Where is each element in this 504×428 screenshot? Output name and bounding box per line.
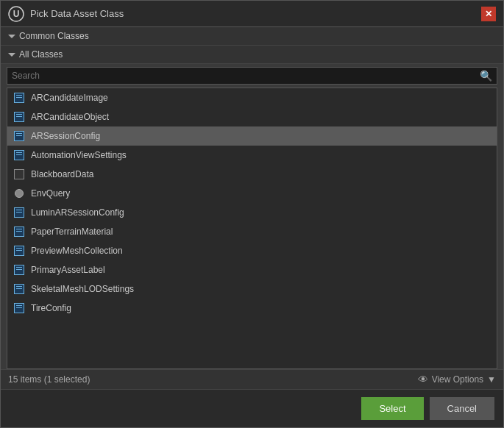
close-button[interactable]: ✕ [481, 7, 496, 21]
blackboard-icon [13, 168, 25, 180]
all-classes-toggle-icon [8, 53, 15, 57]
list-container: ARCandidateImageARCandidateObjectARSessi… [7, 88, 497, 369]
item-label: LuminARSessionConfig [31, 207, 124, 218]
list-item[interactable]: ARCandidateImage [7, 88, 497, 107]
class-list: ARCandidateImageARCandidateObjectARSessi… [7, 88, 497, 368]
search-bar: 🔍 [7, 67, 497, 85]
item-label: EnvQuery [31, 188, 70, 199]
title-bar: U Pick Data Asset Class ✕ [1, 1, 503, 27]
item-label: ARCandidateImage [31, 93, 108, 103]
list-item[interactable]: LuminARSessionConfig [7, 203, 497, 222]
list-item[interactable]: TireConfig [7, 299, 497, 318]
list-item[interactable]: PreviewMeshCollection [7, 241, 497, 260]
item-label: BlackboardData [31, 169, 93, 179]
view-options-label: View Options [432, 374, 483, 385]
blueprint-icon [13, 226, 25, 238]
item-label: PaperTerrainMaterial [31, 227, 113, 237]
items-count: 15 items (1 selected) [8, 374, 90, 385]
blueprint-icon [13, 245, 25, 257]
dialog-title: Pick Data Asset Class [30, 8, 124, 19]
search-icon: 🔍 [480, 70, 492, 82]
blueprint-icon [13, 302, 25, 314]
common-classes-label: Common Classes [19, 31, 89, 41]
list-item[interactable]: BlackboardData [7, 165, 497, 184]
blueprint-icon [13, 111, 25, 123]
blueprint-icon [13, 264, 25, 276]
ue-logo-icon: U [8, 6, 24, 22]
list-item[interactable]: EnvQuery [7, 184, 497, 203]
view-options-button[interactable]: 👁 View Options ▼ [418, 374, 496, 385]
item-label: ARCandidateObject [31, 112, 109, 122]
blueprint-icon [13, 207, 25, 218]
blueprint-icon [13, 92, 25, 104]
list-item[interactable]: AutomationViewSettings [7, 146, 497, 165]
footer-bar: 15 items (1 selected) 👁 View Options ▼ [1, 369, 503, 389]
item-label: PrimaryAssetLabel [31, 265, 105, 275]
list-item[interactable]: SkeletalMeshLODSettings [7, 279, 497, 299]
chevron-down-icon: ▼ [487, 374, 496, 385]
item-label: PreviewMeshCollection [31, 246, 123, 256]
common-classes-toggle-icon [8, 35, 15, 38]
list-item[interactable]: ARCandidateObject [7, 107, 497, 126]
list-item[interactable]: PrimaryAssetLabel [7, 260, 497, 279]
blueprint-icon [13, 283, 25, 295]
item-label: SkeletalMeshLODSettings [31, 284, 134, 294]
list-item[interactable]: PaperTerrainMaterial [7, 222, 497, 241]
blueprint-icon [13, 130, 25, 142]
search-input[interactable] [12, 71, 480, 81]
item-label: AutomationViewSettings [31, 150, 127, 160]
list-item[interactable]: ARSessionConfig [7, 126, 497, 146]
cancel-button[interactable]: Cancel [430, 397, 494, 420]
envquery-icon [13, 188, 25, 199]
item-label: ARSessionConfig [31, 131, 100, 141]
eye-icon: 👁 [418, 374, 428, 385]
all-classes-label: All Classes [19, 49, 63, 60]
title-bar-left: U Pick Data Asset Class [8, 6, 124, 22]
dialog-content: Common Classes All Classes 🔍 ARCandidate… [1, 27, 503, 389]
common-classes-section: Common Classes [1, 27, 503, 46]
item-label: TireConfig [31, 303, 71, 313]
svg-text:U: U [13, 9, 20, 19]
buttons-bar: Select Cancel [1, 389, 503, 427]
select-button[interactable]: Select [361, 397, 423, 420]
blueprint-icon [13, 149, 25, 161]
all-classes-section: All Classes [1, 46, 503, 64]
dialog: U Pick Data Asset Class ✕ Common Classes… [0, 0, 504, 428]
